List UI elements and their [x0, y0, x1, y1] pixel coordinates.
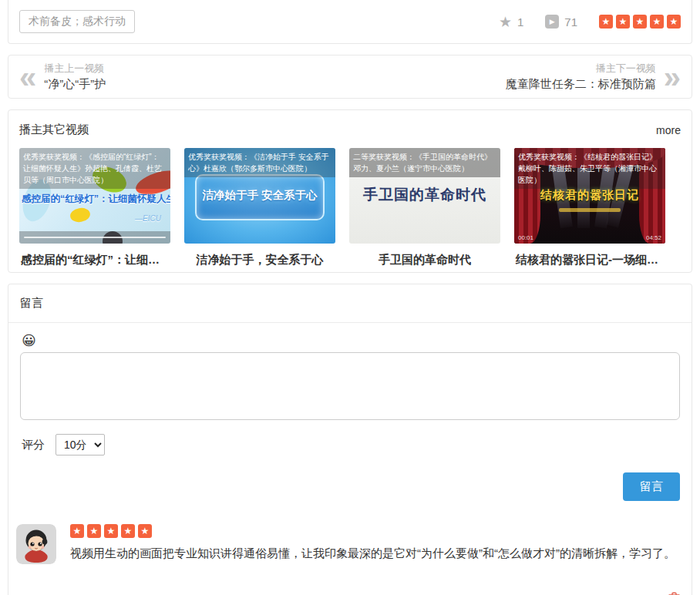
rating-star-icon: [70, 524, 84, 538]
other-videos-section: 播主其它视频 more 优秀奖获奖视频：《感控届的“红绿灯”：让细菌怀疑人生》孙…: [8, 109, 692, 273]
comment-form: 😀 评分 10分 留言: [8, 323, 692, 501]
commenter-avatar: [16, 524, 56, 564]
next-video-link[interactable]: 播主下一视频 魔童降世任务二：标准预防篇 »: [506, 62, 681, 92]
thumbnail-award-text: 优秀奖获奖视频：《感控届的“红绿灯”：让细菌怀疑人生》孙超艳、孔倩霞、杜艺贝等（…: [19, 148, 170, 189]
prev-video-label: 播主上一视频: [44, 62, 106, 76]
play-count: 71: [564, 15, 577, 29]
thumbnail-title: 感控届的“红绿灯”：让细菌怀疑人生: [22, 193, 168, 206]
comments-title: 留言: [8, 284, 692, 323]
thumbnail-award-text: 优秀奖获奖视频：《洁净始于手 安全系于心》杜嘉欣（鄂尔多斯市中心医院）: [184, 148, 335, 177]
prev-video-title: “净”心“手”护: [44, 77, 106, 92]
video-caption[interactable]: 洁净始于手，安全系于心: [184, 253, 335, 267]
rating-select[interactable]: 10分: [56, 434, 105, 455]
play-count-stat: ▶ 71: [545, 15, 577, 29]
video-caption[interactable]: 结核君的嚣张日记-一场细菌…: [514, 253, 665, 267]
video-thumbnail[interactable]: 优秀奖获奖视频：《结核君的嚣张日记》戴柳叶、陈甜茹、朱卫平等（湘潭市中心医院） …: [514, 148, 665, 244]
delete-comment-trash-icon[interactable]: [668, 592, 680, 595]
chevron-left-icon: «: [19, 65, 36, 89]
other-videos-title: 播主其它视频: [19, 123, 89, 137]
video-thumbnail[interactable]: 优秀奖获奖视频：《洁净始于手 安全系于心》杜嘉欣（鄂尔多斯市中心医院） 洁净始于…: [184, 148, 335, 244]
video-caption[interactable]: 手卫国的革命时代: [349, 253, 500, 267]
next-video-title: 魔童降世任务二：标准预防篇: [506, 77, 656, 92]
submit-comment-button[interactable]: 留言: [623, 472, 680, 501]
paint-splash-decoration: [69, 207, 92, 224]
thumbnail-subtitle: —EICU: [135, 214, 161, 223]
video-time-current: 00:01: [518, 234, 533, 241]
rating-star-icon[interactable]: [633, 15, 647, 29]
rating-star-icon[interactable]: [650, 15, 664, 29]
favorite-count-stat: ★ 1: [499, 15, 523, 29]
video-stats: ★ 1 ▶ 71: [499, 15, 681, 29]
prev-video-link[interactable]: « 播主上一视频 “净”心“手”护: [19, 62, 106, 92]
subtitle-decoration: [559, 208, 621, 212]
chevron-right-icon: »: [664, 65, 681, 89]
favorite-count: 1: [517, 15, 523, 29]
play-count-icon: ▶: [545, 15, 559, 29]
thumbnail-award-text: 二等奖获奖视频：《手卫国的革命时代》邓力、夏小兰（遂宁市中心医院）: [349, 148, 500, 177]
video-thumbnail[interactable]: 优秀奖获奖视频：《感控届的“红绿灯”：让细菌怀疑人生》孙超艳、孔倩霞、杜艺贝等（…: [19, 148, 170, 244]
rating-star-icon: [104, 524, 118, 538]
rating-star-icon[interactable]: [616, 15, 630, 29]
comment-text: 视频用生动的画面把专业知识讲得通俗易懂，让我印象最深的是它对“为什么要做”和“怎…: [70, 544, 680, 562]
rating-star-icon[interactable]: [599, 15, 613, 29]
video-nav-bar: « 播主上一视频 “净”心“手”护 播主下一视频 魔童降世任务二：标准预防篇 »: [8, 55, 692, 99]
rating-label: 评分: [22, 438, 45, 452]
video-card[interactable]: 优秀奖获奖视频：《感控届的“红绿灯”：让细菌怀疑人生》孙超艳、孔倩霞、杜艺贝等（…: [19, 148, 170, 267]
comments-section: 留言 😀 评分 10分 留言: [8, 284, 692, 595]
rating-star-icon: [87, 524, 101, 538]
video-card[interactable]: 优秀奖获奖视频：《结核君的嚣张日记》戴柳叶、陈甜茹、朱卫平等（湘潭市中心医院） …: [514, 148, 665, 267]
thumbnail-title: 洁净始于手 安全系于心: [184, 188, 335, 203]
rating-star-icon: [121, 524, 135, 538]
video-info-bar: 术前备皮；感术行动 ★ 1 ▶ 71: [8, 0, 692, 44]
video-thumbnail[interactable]: 二等奖获奖视频：《手卫国的革命时代》邓力、夏小兰（遂宁市中心医院） 手卫国的革命…: [349, 148, 500, 244]
thumbnail-title: 结核君的嚣张日记: [514, 188, 665, 203]
thumbnail-title: 手卫国的革命时代: [349, 185, 500, 205]
comment-date: 2025-09-10: [603, 592, 662, 595]
video-list: 优秀奖获奖视频：《感控届的“红绿灯”：让细菌怀疑人生》孙超艳、孔倩霞、杜艺贝等（…: [8, 146, 692, 272]
emoji-picker-icon[interactable]: 😀: [22, 334, 36, 348]
video-card[interactable]: 二等奖获奖视频：《手卫国的革命时代》邓力、夏小兰（遂宁市中心医院） 手卫国的革命…: [349, 148, 500, 267]
comment-rating-stars: [70, 524, 680, 538]
favorite-star-icon: ★: [499, 15, 512, 29]
rating-star-icon: [138, 524, 152, 538]
next-video-label: 播主下一视频: [596, 62, 656, 76]
video-card[interactable]: 优秀奖获奖视频：《洁净始于手 安全系于心》杜嘉欣（鄂尔多斯市中心医院） 洁净始于…: [184, 148, 335, 267]
video-rating-stars[interactable]: [599, 15, 681, 29]
more-link[interactable]: more: [656, 124, 681, 136]
video-tag-button[interactable]: 术前备皮；感术行动: [19, 10, 135, 33]
rating-star-icon[interactable]: [667, 15, 681, 29]
video-caption[interactable]: 感控届的“红绿灯”：让细菌…: [19, 253, 170, 267]
comment-list-item: 视频用生动的画面把专业知识讲得通俗易懂，让我印象最深的是它对“为什么要做”和“怎…: [8, 507, 692, 572]
comment-input[interactable]: [20, 352, 680, 420]
thumbnail-award-text: 优秀奖获奖视频：《结核君的嚣张日记》戴柳叶、陈甜茹、朱卫平等（湘潭市中心医院）: [514, 148, 665, 189]
video-time-total: 04:52: [646, 234, 661, 241]
player-progress-bar: [19, 231, 170, 244]
